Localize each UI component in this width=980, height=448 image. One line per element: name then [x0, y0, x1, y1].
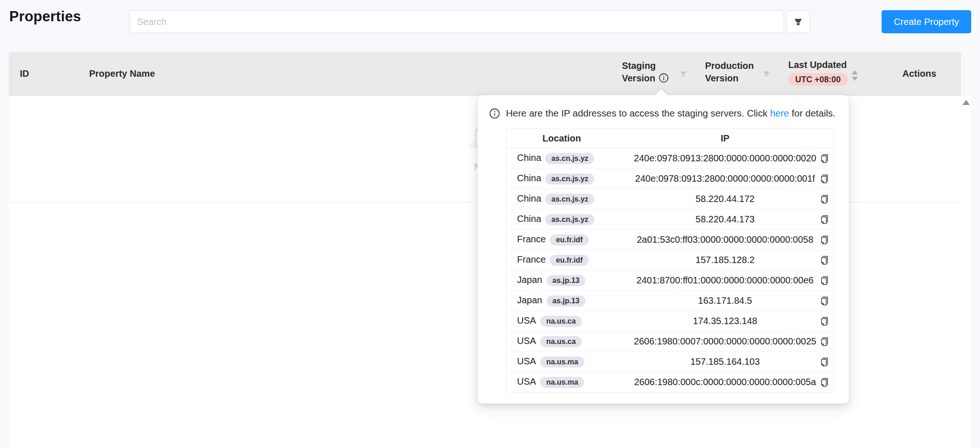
filter-icon	[794, 18, 803, 26]
ip-table-row: Chinaas.cn.js.yz 58.220.44.173	[506, 209, 834, 230]
column-header-staging-version: Staging Version	[622, 60, 669, 86]
copy-icon[interactable]	[820, 276, 829, 285]
staging-info-icon[interactable]	[658, 73, 669, 86]
staging-filter-icon[interactable]	[680, 70, 687, 80]
ip-table-row: Chinaas.cn.js.yz 240e:0978:0913:2800:000…	[506, 148, 834, 169]
location-name: USA	[517, 356, 536, 366]
ip-address: 58.220.44.172	[695, 194, 755, 204]
copy-icon[interactable]	[820, 194, 829, 204]
copy-icon[interactable]	[820, 316, 829, 326]
location-tag: na.us.ma	[540, 377, 584, 388]
details-link[interactable]: here	[770, 108, 789, 118]
location-name: China	[517, 214, 541, 224]
filter-button[interactable]	[786, 10, 810, 33]
scrollbar-up-arrow-icon[interactable]	[962, 100, 970, 105]
location-tag: eu.fr.idf	[550, 255, 589, 266]
ip-address: 2401:8700:ff01:0000:0000:0000:0000:00e6	[637, 275, 814, 285]
location-tag: as.jp.13	[547, 295, 586, 307]
ip-table-row: USAna.us.ma 2606:1980:000c:0000:0000:000…	[506, 372, 834, 393]
staging-ip-table: Location IP Chinaas.cn.js.yz 240e:0978:0…	[506, 129, 834, 393]
copy-icon[interactable]	[820, 357, 829, 367]
ip-table-row: USAna.us.ca 2606:1980:0007:0000:0000:000…	[506, 331, 834, 352]
ip-table-row: Chinaas.cn.js.yz 58.220.44.172	[506, 189, 834, 209]
ip-address: 58.220.44.173	[695, 214, 755, 224]
location-tag: as.cn.js.yz	[545, 153, 594, 164]
location-tag: as.cn.js.yz	[545, 173, 594, 184]
ip-address: 163.171.84.5	[698, 295, 752, 306]
copy-icon[interactable]	[820, 235, 829, 245]
ip-table-row: Franceeu.fr.idf 157.185.128.2	[506, 250, 834, 270]
location-name: China	[517, 193, 541, 203]
copy-icon[interactable]	[820, 174, 829, 184]
location-tag: as.cn.js.yz	[545, 194, 594, 205]
location-tag: as.jp.13	[547, 275, 586, 286]
copy-icon[interactable]	[820, 337, 829, 346]
create-property-button[interactable]: Create Property	[882, 10, 971, 33]
location-name: USA	[517, 376, 536, 387]
ip-table-row: USAna.us.ca 174.35.123.148	[506, 311, 834, 331]
ip-address: 2a01:53c0:ff03:0000:0000:0000:0000:0058	[637, 234, 813, 245]
ip-table-row: USAna.us.ma 157.185.164.103	[506, 352, 834, 372]
search-input[interactable]	[129, 10, 784, 33]
ip-address: 174.35.123.148	[693, 316, 757, 326]
ip-address: 157.185.164.103	[690, 356, 760, 367]
ip-table-row: Franceeu.fr.idf 2a01:53c0:ff03:0000:0000…	[506, 230, 834, 250]
ip-address: 240e:0978:0913:2800:0000:0000:0000:001f	[635, 173, 815, 184]
copy-icon[interactable]	[820, 255, 829, 265]
header-scrollbar-gutter	[960, 52, 971, 96]
location-tag: na.us.ca	[540, 336, 582, 347]
location-name: USA	[517, 336, 536, 346]
ip-address: 240e:0978:0913:2800:0000:0000:0000:0020	[634, 153, 816, 163]
production-filter-icon[interactable]	[763, 70, 770, 80]
column-header-actions: Actions	[902, 68, 936, 79]
copy-icon[interactable]	[820, 153, 829, 163]
popover-message: Here are the IP addresses to access the …	[506, 105, 835, 121]
column-header-property-name: Property Name	[89, 68, 155, 79]
location-name: China	[517, 153, 541, 163]
ip-table-row: Japanas.jp.13 163.171.84.5	[506, 291, 834, 311]
location-tag: na.us.ca	[540, 316, 582, 327]
ip-address: 2606:1980:0007:0000:0000:0000:0000:0025	[634, 336, 816, 346]
copy-icon[interactable]	[820, 296, 829, 306]
utc-offset-badge: UTC +08:00	[788, 73, 848, 86]
column-header-id: ID	[20, 68, 29, 79]
ip-table-header-location: Location	[506, 129, 617, 148]
column-header-last-updated: Last Updated	[788, 60, 847, 70]
last-updated-sorter-icon[interactable]	[852, 70, 858, 81]
location-tag: na.us.ma	[540, 356, 584, 368]
table-header: ID Property Name Staging Version Product…	[9, 52, 960, 96]
copy-icon[interactable]	[820, 377, 829, 387]
column-header-production-version: Production Version	[705, 60, 754, 85]
ip-table-header-ip: IP	[617, 129, 834, 148]
location-name: USA	[517, 315, 536, 325]
location-name: China	[517, 173, 541, 183]
location-name: Japan	[517, 275, 542, 285]
location-tag: as.cn.js.yz	[545, 214, 594, 225]
copy-icon[interactable]	[820, 215, 829, 224]
ip-address: 157.185.128.2	[695, 255, 755, 265]
location-name: Japan	[517, 295, 542, 305]
staging-ip-popover: Here are the IP addresses to access the …	[478, 95, 849, 404]
location-name: France	[517, 234, 546, 244]
location-name: France	[517, 254, 546, 264]
ip-table-row: Japanas.jp.13 2401:8700:ff01:0000:0000:0…	[506, 270, 834, 291]
page-title: Properties	[9, 8, 81, 25]
info-circle-icon	[489, 105, 500, 121]
ip-table-row: Chinaas.cn.js.yz 240e:0978:0913:2800:000…	[506, 169, 834, 189]
ip-address: 2606:1980:000c:0000:0000:0000:0000:005a	[634, 377, 816, 387]
location-tag: eu.fr.idf	[550, 234, 589, 245]
